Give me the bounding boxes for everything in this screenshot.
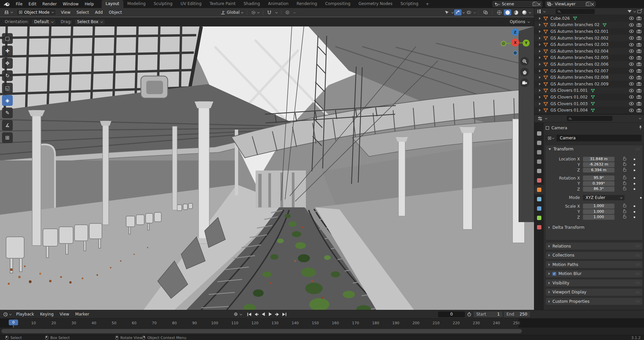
play-reverse-button[interactable] [260, 312, 266, 317]
outliner-search-input[interactable] [561, 9, 588, 14]
close-icon[interactable] [537, 2, 541, 6]
outliner-item[interactable]: GS Autumn branches 02 [534, 22, 644, 28]
disable-in-renders-icon[interactable] [637, 95, 641, 99]
panel-grip-icon[interactable]: ∷∷ [635, 299, 640, 303]
timeline-menu-item[interactable]: Playback [13, 310, 37, 318]
expand-icon[interactable] [539, 89, 541, 92]
expand-icon[interactable] [539, 56, 541, 59]
menu-item[interactable]: Render [39, 0, 60, 8]
lock-icon[interactable] [623, 183, 626, 185]
hide-in-viewport-icon[interactable] [629, 56, 634, 60]
visibility-dropdown[interactable] [443, 9, 450, 15]
auto-keying-toggle[interactable] [233, 312, 238, 317]
falloff-dropdown[interactable] [291, 8, 297, 17]
menu-item[interactable]: File [13, 0, 25, 8]
panel-section[interactable]: ✓ Collections ∷∷ [546, 252, 642, 259]
proportional-editing-toggle[interactable] [283, 8, 291, 17]
animate-dot-icon[interactable] [634, 177, 635, 179]
hide-in-viewport-icon[interactable] [629, 95, 634, 99]
panel-grip-icon[interactable]: ∷∷ [635, 147, 640, 151]
disable-in-renders-icon[interactable] [637, 36, 641, 40]
drag-setting-dropdown[interactable]: Select Box [74, 19, 105, 25]
outliner-item[interactable]: GS Clovers 01.003 [534, 100, 644, 107]
lock-icon[interactable] [623, 158, 626, 160]
new-collection-icon[interactable] [637, 10, 641, 13]
panel-section[interactable]: ✓ Motion Paths ∷∷ [546, 261, 642, 268]
value-field[interactable]: 1.000 [583, 209, 614, 214]
animate-dot-icon[interactable] [640, 197, 642, 199]
viewport-menu-item[interactable]: Object [106, 8, 125, 16]
expand-icon[interactable] [539, 17, 541, 20]
current-frame-field[interactable]: 0 [438, 312, 465, 317]
disable-in-renders-icon[interactable] [637, 49, 641, 53]
disable-in-renders-icon[interactable] [637, 62, 641, 66]
lock-icon[interactable] [623, 205, 626, 207]
animate-dot-icon[interactable] [634, 169, 635, 171]
value-field[interactable]: 1.000 [583, 204, 614, 209]
properties-tab[interactable] [534, 222, 544, 232]
viewport-menu-item[interactable]: View [58, 8, 73, 16]
disable-in-renders-icon[interactable] [637, 76, 641, 79]
properties-tab[interactable] [534, 147, 544, 157]
panel-grip-icon[interactable]: ∷∷ [635, 244, 640, 248]
properties-tab[interactable] [534, 204, 544, 213]
frame-start-field[interactable]: Start 1 [474, 312, 502, 317]
workspace-tab[interactable]: Texture Paint [206, 0, 239, 8]
animate-dot-icon[interactable] [634, 164, 635, 165]
properties-tab[interactable] [534, 138, 544, 147]
expand-icon[interactable] [539, 103, 541, 105]
workspace-tab[interactable]: Scripting [396, 0, 422, 8]
shading-rendered-button[interactable] [521, 9, 528, 15]
animate-dot-icon[interactable] [634, 188, 635, 190]
scrollbar-thumb[interactable] [1, 329, 522, 333]
outliner-item[interactable]: GS Clovers 01.004 [534, 107, 644, 114]
tool-button[interactable]: ✎ [2, 108, 13, 118]
outliner-search[interactable] [556, 9, 595, 14]
lock-icon[interactable] [623, 216, 626, 218]
panel-grip-icon[interactable]: ∷∷ [635, 263, 640, 266]
viewport-menu-item[interactable]: Select [73, 8, 92, 16]
value-field[interactable]: 0.399° [583, 181, 614, 186]
menu-item[interactable]: Window [60, 0, 82, 8]
panel-grip-icon[interactable]: ∷∷ [635, 281, 640, 285]
hide-in-viewport-icon[interactable] [629, 23, 634, 27]
outliner-item[interactable]: GS Autumn branches 02.004 [534, 48, 644, 55]
lock-icon[interactable] [623, 163, 626, 166]
properties-tab[interactable] [534, 129, 544, 138]
overlays-toggle[interactable] [465, 9, 473, 15]
expand-icon[interactable] [539, 83, 541, 85]
disable-in-renders-icon[interactable] [637, 109, 641, 112]
animate-dot-icon[interactable] [634, 205, 635, 207]
tool-button[interactable]: ∡ [2, 120, 13, 131]
viewport-menu-item[interactable]: Add [92, 8, 106, 16]
outliner-item[interactable]: GS Autumn branches 02.003 [534, 41, 644, 48]
panel-section[interactable]: ✓ Custom Properties ∷∷ [546, 298, 642, 305]
hide-in-viewport-icon[interactable] [629, 82, 634, 86]
disable-in-renders-icon[interactable] [637, 69, 641, 73]
expand-icon[interactable] [539, 23, 541, 26]
viewlayer-selector[interactable]: ViewLayer [545, 1, 596, 7]
lock-icon[interactable] [623, 169, 626, 172]
timeline-menu-item[interactable]: Keying [37, 310, 57, 318]
tool-button[interactable]: ◈ [2, 95, 13, 106]
properties-tab[interactable] [534, 194, 544, 204]
expand-icon[interactable] [539, 37, 541, 40]
outliner-item[interactable]: GS Autumn branches 02.009 [534, 81, 644, 87]
value-field[interactable]: 31.848 m [583, 157, 614, 162]
tool-button[interactable]: ⊞ [2, 132, 13, 143]
id-type-dropdown[interactable] [545, 135, 557, 141]
outliner-item[interactable]: GS Autumn branches 02.005 [534, 55, 644, 61]
filter-icon[interactable] [628, 10, 632, 13]
panel-section[interactable]: ✓ Relations ∷∷ [546, 243, 642, 250]
jump-to-start-button[interactable] [246, 312, 252, 317]
transform-panel-header[interactable]: Transform ∷∷ [546, 145, 642, 153]
playhead[interactable]: 0 [9, 320, 18, 325]
hide-in-viewport-icon[interactable] [629, 29, 634, 33]
scene-selector[interactable]: Scene [492, 1, 542, 7]
timeline-scrollbar[interactable] [0, 328, 644, 335]
animate-dot-icon[interactable] [634, 158, 635, 160]
close-icon[interactable] [591, 2, 594, 6]
shading-solid-button[interactable] [504, 9, 511, 15]
prev-keyframe-button[interactable] [253, 312, 259, 317]
expand-icon[interactable] [539, 109, 541, 112]
